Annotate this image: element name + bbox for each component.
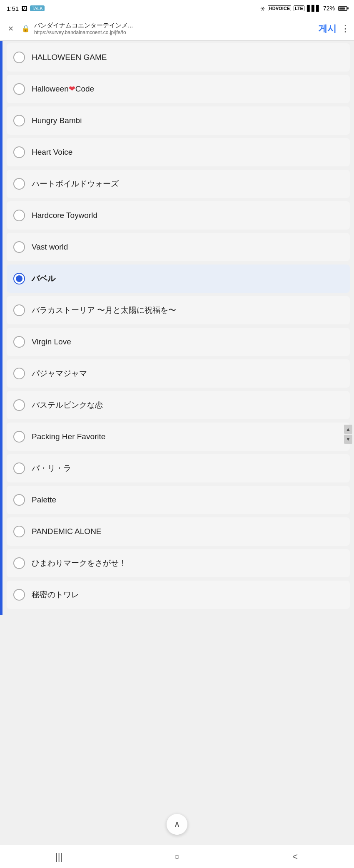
radio-circle xyxy=(13,304,25,316)
list-item[interactable]: Heart Voice xyxy=(7,138,350,166)
battery-icon xyxy=(338,6,347,11)
page-title: バンダイナムコエンターテインメ... xyxy=(34,22,314,30)
list-item[interactable]: パステルピンクな恋 xyxy=(7,391,350,419)
list-item[interactable]: バラカストーリア 〜月と太陽に祝福を〜 xyxy=(7,296,350,324)
radio-list: HALLOWEEN GAMEHalloween❤CodeHungry Bambi… xyxy=(0,41,354,615)
list-item[interactable]: Halloween❤Code xyxy=(7,75,350,103)
radio-circle xyxy=(13,526,25,537)
lte-badge: LTE xyxy=(294,5,304,11)
more-button[interactable]: ⋮ xyxy=(341,23,350,34)
radio-circle xyxy=(13,115,25,126)
list-item[interactable]: ハートボイルドウォーズ xyxy=(7,170,350,198)
scroll-up-arrow[interactable]: ▲ xyxy=(344,425,352,434)
radio-circle xyxy=(13,399,25,411)
nav-home-button[interactable]: ○ xyxy=(165,851,189,862)
hd-badge: HDVOICE xyxy=(268,5,291,11)
radio-label: バラカストーリア 〜月と太陽に祝福を〜 xyxy=(32,305,176,316)
signal-icon: ▋▋▋ xyxy=(307,5,321,12)
radio-label: PANDEMIC ALONE xyxy=(32,527,102,537)
radio-label: ひまわりマークをさがせ！ xyxy=(32,558,127,569)
radio-circle xyxy=(13,83,25,95)
radio-label: HALLOWEEN GAME xyxy=(32,52,107,63)
scroll-indicator[interactable]: ▲ ▼ xyxy=(344,425,352,444)
url-container: バンダイナムコエンターテインメ... https://survey.bandai… xyxy=(34,22,314,35)
list-item[interactable]: Palette xyxy=(7,486,350,514)
radio-circle xyxy=(13,273,25,284)
list-item[interactable]: Hungry Bambi xyxy=(7,106,350,135)
radio-label: Halloween❤Code xyxy=(32,84,94,94)
radio-label: パステルピンクな恋 xyxy=(32,400,103,411)
scroll-top-icon: ∧ xyxy=(174,819,180,830)
list-item[interactable]: バベル xyxy=(7,265,350,293)
list-item[interactable]: Hardcore Toyworld xyxy=(7,201,350,230)
status-left: 1:51 🖼 TALK xyxy=(7,5,45,12)
list-item[interactable]: HALLOWEEN GAME xyxy=(7,43,350,72)
radio-label: パジャマジャマ xyxy=(32,368,87,379)
nav-back-button[interactable]: < xyxy=(282,851,307,862)
photo-icon: 🖼 xyxy=(21,5,27,12)
radio-circle xyxy=(13,557,25,569)
list-item[interactable]: Packing Her Favorite xyxy=(7,423,350,451)
scroll-down-arrow[interactable]: ▼ xyxy=(344,435,352,444)
browser-toolbar: × 🔒 バンダイナムコエンターテインメ... https://survey.ba… xyxy=(0,17,354,41)
list-item[interactable]: ひまわりマークをさがせ！ xyxy=(7,549,350,577)
radio-label: Virgin Love xyxy=(32,337,71,347)
radio-circle xyxy=(13,431,25,443)
list-item[interactable]: 秘密のトワレ xyxy=(7,581,350,609)
time: 1:51 xyxy=(7,5,19,12)
radio-label: ハートボイルドウォーズ xyxy=(32,179,119,189)
radio-label: 秘密のトワレ xyxy=(32,590,79,600)
talk-icon: TALK xyxy=(30,5,45,11)
close-button[interactable]: × xyxy=(4,23,17,34)
list-item[interactable]: パ・リ・ラ xyxy=(7,454,350,482)
radio-circle xyxy=(13,146,25,158)
scroll-top-button[interactable]: ∧ xyxy=(167,814,187,835)
list-item[interactable]: パジャマジャマ xyxy=(7,359,350,388)
list-item[interactable]: PANDEMIC ALONE xyxy=(7,517,350,546)
radio-label: Vast world xyxy=(32,242,68,252)
radio-label: Packing Her Favorite xyxy=(32,432,105,442)
list-item[interactable]: Virgin Love xyxy=(7,328,350,356)
status-right: ⚹ HDVOICE LTE ▋▋▋ 72% xyxy=(260,5,347,12)
radio-circle xyxy=(13,462,25,474)
radio-circle xyxy=(13,589,25,601)
battery-percent: 72% xyxy=(323,5,335,12)
radio-circle xyxy=(13,241,25,253)
radio-label: Palette xyxy=(32,495,56,505)
url-text: https://survey.bandainamcoent.co.jp/jfe/… xyxy=(34,30,314,35)
post-button[interactable]: 게시 xyxy=(318,22,337,35)
radio-label: バベル xyxy=(32,274,55,284)
nav-menu-button[interactable]: ||| xyxy=(47,851,72,862)
radio-circle xyxy=(13,52,25,63)
radio-circle xyxy=(13,210,25,221)
radio-label: パ・リ・ラ xyxy=(32,463,71,474)
radio-circle xyxy=(13,494,25,506)
radio-label: Hardcore Toyworld xyxy=(32,210,97,221)
lock-icon: 🔒 xyxy=(22,25,30,32)
bluetooth-icon: ⚹ xyxy=(260,5,265,12)
status-bar: 1:51 🖼 TALK ⚹ HDVOICE LTE ▋▋▋ 72% xyxy=(0,0,354,17)
radio-label: Heart Voice xyxy=(32,147,72,158)
radio-label: Hungry Bambi xyxy=(32,116,82,126)
content-area: HALLOWEEN GAMEHalloween❤CodeHungry Bambi… xyxy=(0,41,354,615)
radio-circle xyxy=(13,178,25,190)
nav-bar: ||| ○ < xyxy=(0,845,354,868)
radio-circle xyxy=(13,336,25,348)
radio-circle xyxy=(13,368,25,379)
blue-accent-bar xyxy=(0,41,2,615)
list-item[interactable]: Vast world xyxy=(7,233,350,261)
